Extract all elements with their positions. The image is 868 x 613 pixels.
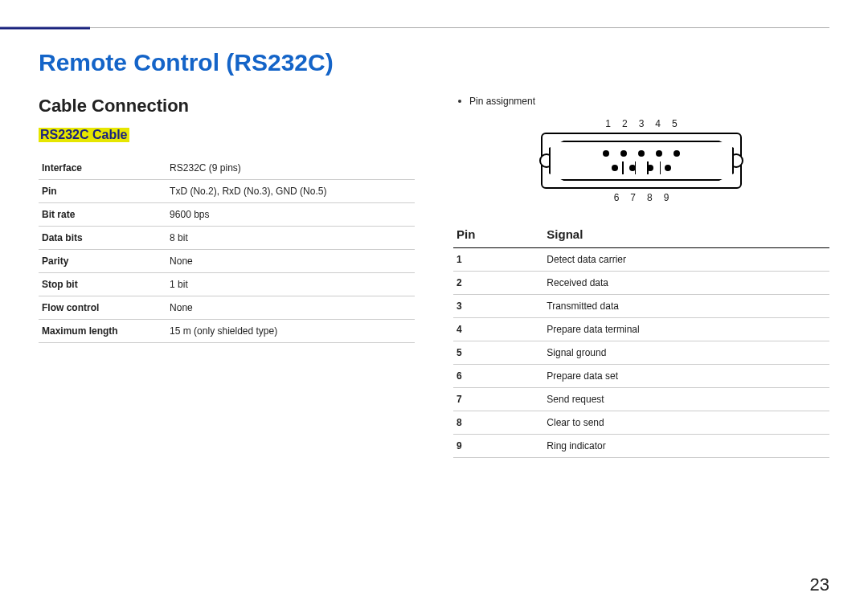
sub-title: RS232C Cable — [39, 128, 129, 142]
spec-value: None — [166, 250, 415, 273]
pin-number: 9 — [453, 435, 543, 458]
pin-dot-icon — [603, 150, 609, 157]
pin-num: 7 — [630, 192, 636, 203]
spec-key: Bit rate — [39, 203, 166, 227]
pin-number: 5 — [453, 341, 543, 365]
right-column: Pin assignment 1 2 3 4 5 — [453, 96, 829, 458]
spec-row: PinTxD (No.2), RxD (No.3), GND (No.5) — [39, 180, 415, 203]
pin-num: 6 — [614, 192, 620, 203]
spec-key: Maximum length — [39, 320, 166, 343]
connector-outer — [541, 133, 742, 189]
pin-number: 1 — [453, 248, 543, 272]
pin-row: 6Prepare data set — [453, 365, 829, 388]
pin-row: 5Signal ground — [453, 341, 829, 365]
signal-header: Signal — [543, 224, 829, 248]
pin-labels-top: 1 2 3 4 5 — [541, 118, 742, 129]
spec-key: Interface — [39, 157, 166, 180]
page-title: Remote Control (RS232C) — [39, 49, 829, 76]
pin-traces-bottom — [542, 161, 740, 174]
page-number: 23 — [810, 574, 829, 595]
pin-number: 4 — [453, 318, 543, 341]
pin-row: 8Clear to send — [453, 411, 829, 435]
spec-value: 9600 bps — [166, 203, 415, 227]
pin-number: 2 — [453, 272, 543, 295]
pin-number: 3 — [453, 295, 543, 318]
spec-value: None — [166, 296, 415, 320]
pin-assignment-label: Pin assignment — [458, 96, 829, 107]
spec-table: InterfaceRS232C (9 pins) PinTxD (No.2), … — [39, 157, 415, 343]
pin-signal: Signal ground — [543, 341, 829, 365]
pin-row: 7Send request — [453, 388, 829, 411]
spec-row: Bit rate9600 bps — [39, 203, 415, 227]
pin-row: 3Transmitted data — [453, 295, 829, 318]
pin-row: 1Detect data carrier — [453, 248, 829, 272]
spec-row: Flow controlNone — [39, 296, 415, 320]
spec-key: Data bits — [39, 227, 166, 250]
pin-signal-table: Pin Signal 1Detect data carrier 2Receive… — [453, 224, 829, 458]
section-title: Cable Connection — [39, 96, 415, 116]
header-divider — [39, 27, 829, 28]
pin-signal: Transmitted data — [543, 295, 829, 318]
pin-signal: Send request — [543, 388, 829, 411]
left-column: Cable Connection RS232C Cable InterfaceR… — [39, 96, 415, 458]
connector-inner — [549, 141, 734, 181]
pin-num: 8 — [647, 192, 653, 203]
pin-signal: Prepare data terminal — [543, 318, 829, 341]
pin-dot-icon — [674, 150, 680, 157]
pin-header: Pin — [453, 224, 543, 248]
pin-dot-icon — [620, 150, 627, 157]
pin-signal: Ring indicator — [543, 435, 829, 458]
pin-row-top — [568, 150, 714, 157]
pin-dot-icon — [656, 150, 662, 157]
pin-signal: Prepare data set — [543, 365, 829, 388]
spec-value: 15 m (only shielded type) — [166, 320, 415, 343]
pin-assignment-text: Pin assignment — [469, 96, 535, 107]
spec-row: Data bits8 bit — [39, 227, 415, 250]
pin-num: 9 — [664, 192, 669, 203]
spec-value: 1 bit — [166, 273, 415, 296]
pin-signal: Clear to send — [543, 411, 829, 435]
pin-number: 6 — [453, 365, 543, 388]
pin-row: 9Ring indicator — [453, 435, 829, 458]
content-columns: Cable Connection RS232C Cable InterfaceR… — [39, 96, 829, 458]
pin-dot-icon — [638, 150, 645, 157]
pin-signal: Detect data carrier — [543, 248, 829, 272]
pin-num: 5 — [672, 118, 678, 129]
spec-row: ParityNone — [39, 250, 415, 273]
bullet-icon — [458, 100, 461, 103]
spec-key: Flow control — [39, 296, 166, 320]
header-accent-bar — [0, 27, 90, 29]
spec-value: TxD (No.2), RxD (No.3), GND (No.5) — [166, 180, 415, 203]
spec-row: InterfaceRS232C (9 pins) — [39, 157, 415, 180]
pin-num: 3 — [639, 118, 645, 129]
spec-key: Pin — [39, 180, 166, 203]
spec-row: Maximum length15 m (only shielded type) — [39, 320, 415, 343]
connector-diagram: 1 2 3 4 5 — [541, 118, 742, 203]
pin-signal: Received data — [543, 272, 829, 295]
pin-number: 7 — [453, 388, 543, 411]
pin-num: 1 — [605, 118, 611, 129]
pin-num: 4 — [655, 118, 661, 129]
spec-value: 8 bit — [166, 227, 415, 250]
pin-row: 4Prepare data terminal — [453, 318, 829, 341]
spec-key: Parity — [39, 250, 166, 273]
spec-value: RS232C (9 pins) — [166, 157, 415, 180]
pin-labels-bottom: 6 7 8 9 — [541, 192, 742, 203]
spec-key: Stop bit — [39, 273, 166, 296]
pin-row: 2Received data — [453, 272, 829, 295]
spec-row: Stop bit1 bit — [39, 273, 415, 296]
pin-number: 8 — [453, 411, 543, 435]
pin-num: 2 — [622, 118, 628, 129]
